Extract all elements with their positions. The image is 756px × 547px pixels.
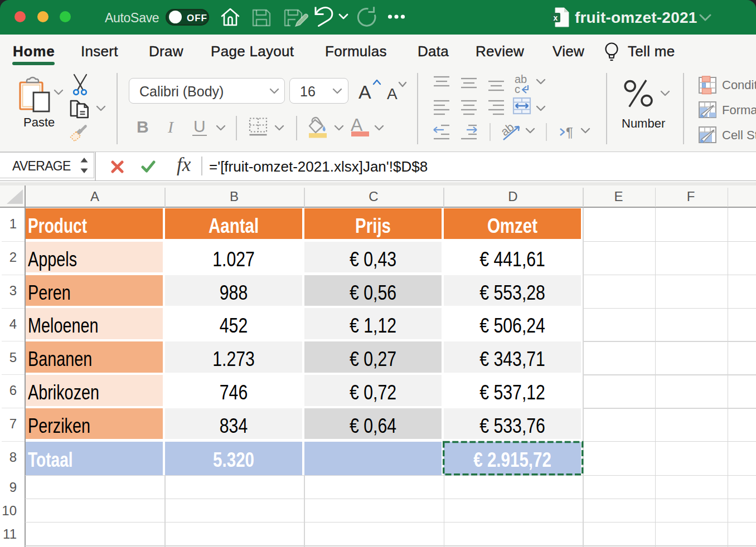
svg-text:¶: ¶ bbox=[566, 125, 573, 140]
svg-text:c: c bbox=[515, 83, 520, 95]
svg-text:x: x bbox=[554, 13, 558, 22]
svg-text:ab: ab bbox=[498, 120, 516, 139]
